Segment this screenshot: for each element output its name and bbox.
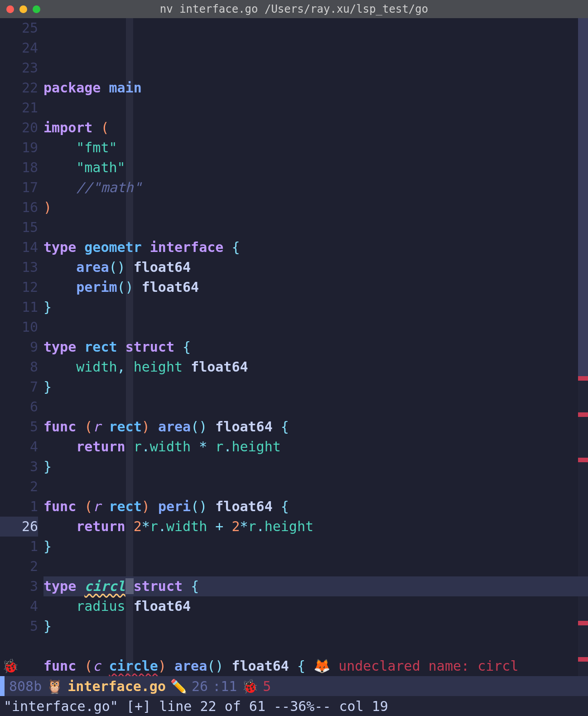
code-line[interactable]: //"math" bbox=[43, 178, 588, 198]
code-line[interactable]: width, height float64 bbox=[43, 357, 588, 377]
code-line[interactable]: radius float64 bbox=[43, 596, 588, 616]
token: r bbox=[215, 439, 223, 455]
token: { bbox=[191, 578, 199, 594]
code-line[interactable]: } bbox=[43, 297, 588, 317]
token: { bbox=[281, 498, 289, 514]
code-line[interactable]: type circl struct { bbox=[43, 576, 588, 596]
token: r bbox=[92, 498, 109, 514]
token: rect bbox=[109, 498, 142, 514]
token: { bbox=[231, 239, 240, 255]
token bbox=[43, 518, 76, 534]
bug-icon: 🐞 bbox=[237, 678, 263, 694]
code-line[interactable]: func (c circle) area() float64 { 🦊 undec… bbox=[43, 656, 588, 676]
code-line[interactable]: } bbox=[43, 457, 588, 477]
line-number: 4 bbox=[0, 596, 38, 616]
token: "math" bbox=[76, 160, 125, 175]
line-number: 5 bbox=[0, 616, 38, 636]
command-line[interactable]: "interface.go" [+] line 22 of 61 --36%--… bbox=[0, 696, 588, 716]
window-title: nv interface.go /Users/ray.xu/lsp_test/g… bbox=[0, 3, 588, 15]
token: () bbox=[117, 279, 142, 295]
token: r bbox=[248, 518, 256, 534]
code-line[interactable]: area() float64 bbox=[43, 257, 588, 277]
token: c bbox=[92, 658, 109, 674]
token: float64 bbox=[134, 259, 191, 275]
token: r bbox=[150, 518, 158, 534]
line-number: 20 bbox=[0, 118, 38, 138]
line-number: 22 bbox=[0, 78, 38, 98]
code-line[interactable]: } bbox=[43, 377, 588, 397]
close-icon[interactable] bbox=[6, 5, 14, 13]
line-number: 10 bbox=[0, 317, 38, 337]
line-number: 2 bbox=[0, 556, 38, 576]
code-line[interactable]: return r.width * r.height bbox=[43, 437, 588, 457]
token: ( bbox=[84, 419, 92, 435]
status-col: :11 bbox=[212, 678, 237, 694]
token: r bbox=[92, 419, 109, 435]
code-line[interactable]: type rect struct { bbox=[43, 337, 588, 357]
token: type bbox=[43, 578, 84, 594]
token: func bbox=[43, 498, 84, 514]
token: } bbox=[43, 459, 52, 474]
token: float64 bbox=[191, 359, 248, 375]
code-line[interactable] bbox=[43, 397, 588, 417]
code-line[interactable] bbox=[43, 317, 588, 337]
token: , bbox=[117, 359, 134, 375]
token: package bbox=[43, 80, 109, 96]
code-line[interactable] bbox=[43, 98, 588, 118]
status-accent bbox=[0, 676, 5, 696]
token bbox=[43, 598, 76, 614]
token: type bbox=[43, 239, 84, 255]
token: () bbox=[109, 259, 134, 275]
token: () bbox=[191, 419, 215, 435]
code-line[interactable]: import ( bbox=[43, 118, 588, 138]
status-line: 26 bbox=[187, 678, 212, 694]
line-number: 9 bbox=[0, 337, 38, 357]
token: width bbox=[76, 359, 117, 375]
token: ) bbox=[43, 199, 52, 215]
token: } bbox=[43, 379, 52, 395]
line-number: 13 bbox=[0, 257, 38, 277]
minimize-icon[interactable] bbox=[19, 5, 27, 13]
code-line[interactable]: func (r rect) area() float64 { bbox=[43, 417, 588, 437]
code-line[interactable]: ) bbox=[43, 198, 588, 218]
code-line[interactable]: "math" bbox=[43, 158, 588, 178]
token: func bbox=[43, 658, 84, 674]
code-line[interactable]: "fmt" bbox=[43, 138, 588, 158]
token: ( bbox=[101, 120, 109, 135]
line-number: 12 bbox=[0, 277, 38, 297]
token: width bbox=[150, 439, 191, 455]
code-area[interactable]: package mainimport ( "fmt" "math" //"mat… bbox=[43, 18, 588, 676]
token bbox=[43, 439, 76, 455]
maximize-icon[interactable] bbox=[33, 5, 40, 13]
token: struct bbox=[134, 578, 191, 594]
code-line[interactable]: type geometr interface { bbox=[43, 237, 588, 257]
line-number: 11 bbox=[0, 297, 38, 317]
code-line[interactable]: return 2*r.width + 2*r.height bbox=[43, 517, 588, 537]
line-number: 15 bbox=[0, 218, 38, 237]
editor[interactable]: 2524232221201918171615141312111098765432… bbox=[0, 18, 588, 676]
line-number: 4 bbox=[0, 437, 38, 457]
token: float64 bbox=[134, 598, 191, 614]
code-line[interactable]: func (r rect) peri() float64 { bbox=[43, 497, 588, 517]
token: + bbox=[207, 518, 231, 534]
token: { bbox=[281, 419, 289, 435]
code-line[interactable] bbox=[43, 556, 588, 576]
token: ( bbox=[84, 658, 92, 674]
code-line[interactable] bbox=[43, 218, 588, 237]
window: nv interface.go /Users/ray.xu/lsp_test/g… bbox=[0, 0, 588, 716]
token: ) bbox=[158, 658, 174, 674]
code-line[interactable]: package main bbox=[43, 78, 588, 98]
token: . bbox=[256, 518, 265, 534]
code-line[interactable]: } bbox=[43, 616, 588, 636]
file-size: 808b bbox=[5, 678, 46, 694]
code-line[interactable]: } bbox=[43, 537, 588, 556]
code-line[interactable] bbox=[43, 477, 588, 497]
token: { bbox=[297, 658, 313, 674]
code-line[interactable]: perim() float64 bbox=[43, 277, 588, 297]
token: } bbox=[43, 299, 52, 315]
token: float64 bbox=[142, 279, 199, 295]
token: } bbox=[43, 538, 52, 554]
token: circl bbox=[84, 578, 125, 594]
token bbox=[125, 578, 134, 594]
code-line[interactable] bbox=[43, 636, 588, 656]
